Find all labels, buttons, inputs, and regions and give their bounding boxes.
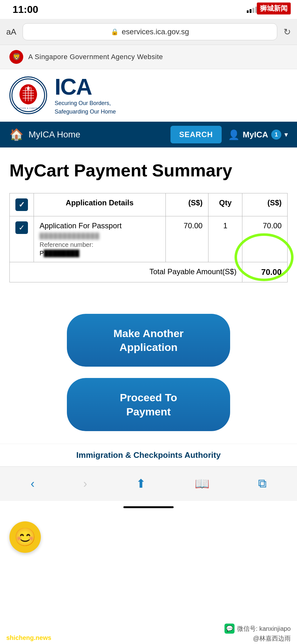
home-icon: 🏠 xyxy=(9,128,24,141)
header-checkbox-icon[interactable]: ✓ xyxy=(15,198,28,211)
govt-banner: 🦁 A Singapore Government Agency Website xyxy=(0,45,297,69)
nav-right: SEARCH 👤 MyICA 1 ▾ xyxy=(170,126,288,143)
row-qty: 1 xyxy=(208,216,242,262)
govt-text: A Singapore Government Agency Website xyxy=(28,53,163,61)
ica-subtitle-2: Safeguarding Our Home xyxy=(55,108,116,115)
watermark-bottom-left: shicheng.news xyxy=(6,634,51,641)
ica-subtitle-1: Securing Our Borders, xyxy=(55,100,116,107)
app-id-blur: █████████████ xyxy=(40,233,160,239)
refresh-icon[interactable]: ↻ xyxy=(284,27,291,37)
make-another-button[interactable]: Make Another Application xyxy=(67,314,230,367)
ref-value: P████████ xyxy=(40,250,160,257)
status-time: 11:00 xyxy=(13,4,38,15)
chevron-down-icon: ▾ xyxy=(284,131,288,138)
header-total: (S$) xyxy=(242,193,288,216)
footer-partial: Immigration & Checkpoints Authority xyxy=(0,444,297,466)
header-price: (S$) xyxy=(165,193,208,216)
myica-button[interactable]: 👤 MyICA 1 ▾ xyxy=(228,129,288,140)
main-content: MyCart Payment Summary ✓ Application Det… xyxy=(0,147,297,295)
lock-icon: 🔒 xyxy=(111,28,119,36)
lion-icon: 🦁 xyxy=(9,50,23,64)
share-button[interactable]: ⬆ xyxy=(136,477,146,491)
total-amount: 70.00 xyxy=(242,262,288,282)
row-details-cell: Application For Passport █████████████ R… xyxy=(34,216,166,262)
watermark-bottom-right: 💬 微信号: kanxinjiapo @林嘉西边雨 xyxy=(224,624,291,643)
watermark-top: 狮城新闻 xyxy=(257,3,291,14)
forward-button[interactable]: › xyxy=(83,477,87,491)
tabs-button[interactable]: ⧉ xyxy=(258,477,267,491)
buttons-section: Make Another Application Proceed To Paym… xyxy=(0,295,297,444)
back-button[interactable]: ‹ xyxy=(30,477,35,491)
bookmarks-button[interactable]: 📖 xyxy=(195,477,209,491)
home-indicator xyxy=(0,501,297,514)
browser-aa[interactable]: aA xyxy=(6,27,16,37)
table-row: ✓ Application For Passport █████████████… xyxy=(10,216,288,262)
home-indicator-bar xyxy=(123,506,174,508)
page-title: MyCart Payment Summary xyxy=(9,160,288,180)
browser-bar: aA 🔒 eservices.ica.gov.sg ↻ xyxy=(0,19,297,45)
url-text: eservices.ica.gov.sg xyxy=(122,27,189,36)
row-checkbox-icon[interactable]: ✓ xyxy=(15,221,28,234)
nav-bar: 🏠 MyICA Home SEARCH 👤 MyICA 1 ▾ xyxy=(0,122,297,147)
total-row: Total Payable Amount(S$) 70.00 xyxy=(10,262,288,282)
browser-bottom-bar: ‹ › ⬆ 📖 ⧉ xyxy=(0,466,297,501)
ica-header: IMMIGRATION & CHECKPOINTS ICA Securing O… xyxy=(0,69,297,122)
ica-logo: IMMIGRATION & CHECKPOINTS xyxy=(9,76,47,114)
nav-left[interactable]: 🏠 MyICA Home xyxy=(9,128,80,141)
browser-url-bar[interactable]: 🔒 eservices.ica.gov.sg xyxy=(23,23,277,40)
myica-badge: 1 xyxy=(271,130,281,140)
smiley-bubble[interactable]: 😊 xyxy=(9,521,41,553)
app-name: Application For Passport xyxy=(40,221,160,230)
person-icon: 👤 xyxy=(228,129,240,140)
wechat-icon: 💬 xyxy=(224,624,235,634)
nav-home-label[interactable]: MyICA Home xyxy=(29,130,80,140)
row-total: 70.00 xyxy=(242,216,288,262)
myica-label: MyICA xyxy=(243,130,268,140)
wechat-row: 💬 微信号: kanxinjiapo xyxy=(224,624,291,634)
proceed-to-payment-button[interactable]: Proceed To Payment xyxy=(67,378,230,431)
ica-text-block: ICA Securing Our Borders, Safeguarding O… xyxy=(55,75,116,115)
ica-title: ICA xyxy=(55,75,116,98)
author-text: @林嘉西边雨 xyxy=(253,634,291,643)
footer-text: Immigration & Checkpoints Authority xyxy=(9,450,288,460)
total-label: Total Payable Amount(S$) xyxy=(10,262,242,282)
search-button[interactable]: SEARCH xyxy=(170,126,222,143)
svg-text:IMMIGRATION & CHECKPOINTS: IMMIGRATION & CHECKPOINTS xyxy=(11,107,46,109)
header-checkbox-cell: ✓ xyxy=(10,193,34,216)
ref-label: Reference number: xyxy=(40,241,160,248)
row-price: 70.00 xyxy=(165,216,208,262)
header-qty: Qty xyxy=(208,193,242,216)
header-details: Application Details xyxy=(34,193,166,216)
signal-icon xyxy=(247,6,257,13)
cart-table-wrapper: ✓ Application Details (S$) Qty (S$) ✓ xyxy=(9,193,288,282)
status-bar: 11:00 📶 狮城新闻 xyxy=(0,0,297,19)
cart-table: ✓ Application Details (S$) Qty (S$) ✓ xyxy=(9,193,288,282)
wechat-text: 微信号: kanxinjiapo xyxy=(237,625,291,633)
row-checkbox-cell: ✓ xyxy=(10,216,34,262)
